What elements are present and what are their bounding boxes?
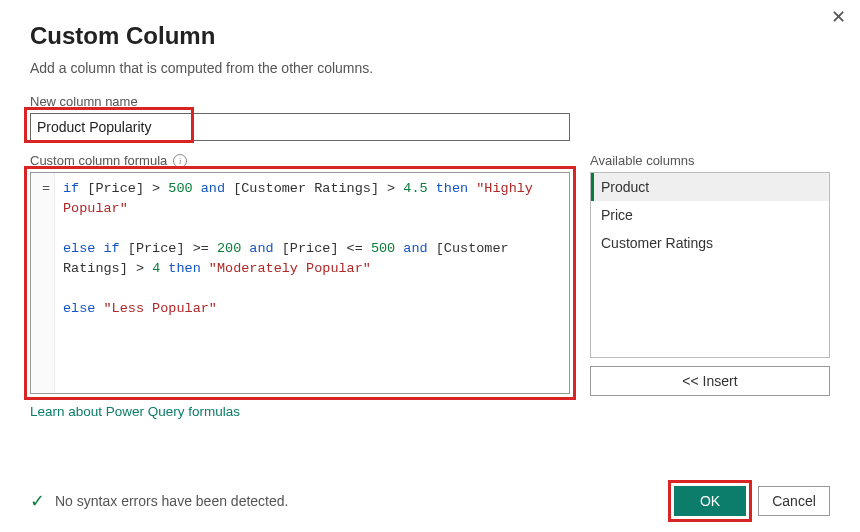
status-text: No syntax errors have been detected. — [55, 493, 288, 509]
formula-label: Custom column formula — [30, 153, 167, 168]
close-icon[interactable]: ✕ — [831, 6, 846, 28]
status-row: ✓ No syntax errors have been detected. — [30, 490, 288, 512]
available-column-item[interactable]: Customer Ratings — [591, 229, 829, 257]
formula-gutter: = — [31, 173, 55, 393]
learn-link[interactable]: Learn about Power Query formulas — [30, 404, 240, 419]
column-name-label: New column name — [30, 94, 830, 109]
column-name-input[interactable] — [30, 113, 570, 141]
dialog-title: Custom Column — [30, 22, 830, 50]
formula-code[interactable]: if [Price] > 500 and [Customer Ratings] … — [55, 173, 569, 393]
available-columns-label: Available columns — [590, 153, 830, 168]
dialog-subtitle: Add a column that is computed from the o… — [30, 60, 830, 76]
insert-button[interactable]: << Insert — [590, 366, 830, 396]
ok-button[interactable]: OK — [674, 486, 746, 516]
available-column-item[interactable]: Price — [591, 201, 829, 229]
available-column-item[interactable]: Product — [591, 173, 829, 201]
info-icon[interactable]: i — [173, 154, 187, 168]
available-columns-list[interactable]: ProductPriceCustomer Ratings — [590, 172, 830, 358]
cancel-button[interactable]: Cancel — [758, 486, 830, 516]
check-icon: ✓ — [30, 490, 45, 512]
custom-column-dialog: ✕ Custom Column Add a column that is com… — [0, 0, 860, 532]
formula-editor[interactable]: = if [Price] > 500 and [Customer Ratings… — [30, 172, 570, 394]
